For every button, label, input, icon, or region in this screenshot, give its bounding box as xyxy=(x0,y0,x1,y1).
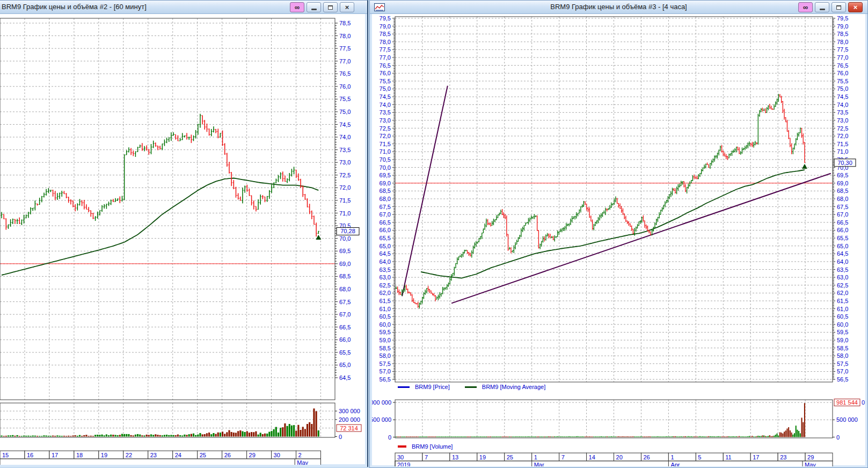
price-volume-chart-60min[interactable]: 64,565,065,566,066,567,067,568,068,569,0… xyxy=(0,14,366,465)
svg-text:66,0: 66,0 xyxy=(380,227,391,233)
svg-text:78,5: 78,5 xyxy=(837,31,848,37)
maximize-icon xyxy=(836,5,841,10)
svg-text:58,5: 58,5 xyxy=(837,345,848,351)
titlebar-60min[interactable]: BRM9 График цены и объёма #2 - [60 минут… xyxy=(0,1,367,14)
svg-text:73,0: 73,0 xyxy=(837,117,848,124)
current-volume-label: 72 314 xyxy=(340,425,358,431)
svg-text:26: 26 xyxy=(224,452,231,458)
last-price-label: 70,28 xyxy=(340,228,355,234)
svg-text:76,0: 76,0 xyxy=(380,70,391,76)
svg-text:67,0: 67,0 xyxy=(837,211,848,218)
svg-text:25: 25 xyxy=(200,452,206,458)
svg-text:67,5: 67,5 xyxy=(837,204,848,210)
svg-text:56,5: 56,5 xyxy=(380,376,391,383)
svg-text:77,0: 77,0 xyxy=(837,54,848,61)
svg-text:68,5: 68,5 xyxy=(339,273,351,279)
svg-text:0: 0 xyxy=(836,434,840,441)
svg-text:64,5: 64,5 xyxy=(339,375,351,381)
maximize-button[interactable] xyxy=(323,2,338,12)
svg-text:78,5: 78,5 xyxy=(380,31,391,37)
svg-text:74,5: 74,5 xyxy=(380,93,391,100)
svg-text:30: 30 xyxy=(274,452,280,458)
svg-text:56,5: 56,5 xyxy=(837,376,848,383)
svg-text:62,0: 62,0 xyxy=(380,290,391,296)
svg-text:72,0: 72,0 xyxy=(837,133,848,139)
svg-text:76,0: 76,0 xyxy=(837,70,848,76)
svg-text:2: 2 xyxy=(298,452,302,458)
svg-text:24: 24 xyxy=(175,452,181,458)
svg-text:74,0: 74,0 xyxy=(339,134,351,140)
minimize-button[interactable] xyxy=(307,2,321,12)
svg-text:72,0: 72,0 xyxy=(339,184,351,191)
svg-text:66,0: 66,0 xyxy=(837,227,848,233)
svg-text:66,0: 66,0 xyxy=(339,336,351,343)
svg-text:65,0: 65,0 xyxy=(837,243,848,249)
close-button[interactable]: × xyxy=(340,2,354,12)
volume-legend: BRM9 [Volume] xyxy=(398,443,468,450)
titlebar-4h[interactable]: BRM9 График цены и объёма #3 - [4 часа] … xyxy=(370,1,867,14)
svg-text:71,0: 71,0 xyxy=(837,148,848,155)
svg-text:69,5: 69,5 xyxy=(837,172,848,178)
month-label: May xyxy=(805,462,816,466)
svg-text:14: 14 xyxy=(589,454,595,460)
chart-content-60min: 64,565,065,566,066,567,067,568,068,569,0… xyxy=(0,14,365,464)
svg-text:62,5: 62,5 xyxy=(837,282,848,289)
legend-item-ma: BRM9 [Moving Average] xyxy=(465,384,545,390)
price-line-swatch xyxy=(398,386,410,388)
link-button[interactable]: ∞ xyxy=(798,2,813,12)
svg-text:25: 25 xyxy=(507,454,513,460)
svg-text:70,0: 70,0 xyxy=(339,235,351,242)
svg-text:7: 7 xyxy=(561,454,565,460)
svg-text:77,5: 77,5 xyxy=(339,45,351,52)
svg-text:65,0: 65,0 xyxy=(339,362,351,368)
svg-text:76,5: 76,5 xyxy=(837,62,848,69)
link-button[interactable]: ∞ xyxy=(290,2,304,12)
svg-text:16: 16 xyxy=(27,452,33,458)
last-price-label: 70,30 xyxy=(837,160,852,166)
svg-text:74,0: 74,0 xyxy=(837,102,848,108)
close-button[interactable]: × xyxy=(848,2,863,12)
svg-text:69,5: 69,5 xyxy=(339,248,351,254)
svg-text:300 000: 300 000 xyxy=(339,408,360,414)
axes: 64,565,065,566,066,567,067,568,068,569,0… xyxy=(0,18,359,400)
minimize-icon xyxy=(820,9,825,10)
svg-text:72,5: 72,5 xyxy=(380,125,391,132)
svg-text:79,0: 79,0 xyxy=(380,23,391,30)
svg-text:1 000 000: 1 000 000 xyxy=(372,399,391,406)
svg-text:69,5: 69,5 xyxy=(380,172,391,178)
chart-window-4h: BRM9 График цены и объёма #3 - [4 часа] … xyxy=(369,0,868,468)
svg-text:75,5: 75,5 xyxy=(837,78,848,84)
svg-text:61,5: 61,5 xyxy=(837,298,848,304)
svg-text:60,5: 60,5 xyxy=(380,313,391,320)
window-title: BRM9 График цены и объёма #2 - [60 минут… xyxy=(2,3,147,11)
date-axis[interactable]: 3071319251714202615111723292019MarAprMay xyxy=(395,453,833,466)
svg-text:59,0: 59,0 xyxy=(837,337,848,343)
svg-text:68,0: 68,0 xyxy=(380,196,391,202)
svg-text:72,5: 72,5 xyxy=(339,172,351,178)
date-axis[interactable]: 1516171819222324252629302May xyxy=(0,451,320,465)
svg-text:62,5: 62,5 xyxy=(380,282,391,289)
svg-text:78,0: 78,0 xyxy=(837,39,848,45)
legend-label: BRM9 [Price] xyxy=(415,384,450,390)
svg-text:68,0: 68,0 xyxy=(837,196,848,202)
svg-text:62,0: 62,0 xyxy=(837,290,848,296)
svg-text:61,5: 61,5 xyxy=(380,298,391,304)
svg-text:73,5: 73,5 xyxy=(380,109,391,116)
window-title: BRM9 График цены и объёма #3 - [4 часа] xyxy=(370,3,867,11)
svg-text:75,5: 75,5 xyxy=(380,78,391,84)
ma-line-swatch xyxy=(465,386,477,388)
minimize-button[interactable] xyxy=(815,2,829,12)
svg-text:57,5: 57,5 xyxy=(837,361,848,367)
svg-text:77,0: 77,0 xyxy=(380,54,391,61)
maximize-button[interactable] xyxy=(831,2,846,12)
price-volume-chart-4h[interactable]: 56,557,057,558,058,559,059,560,060,561,0… xyxy=(372,14,866,466)
svg-text:71,5: 71,5 xyxy=(380,141,391,147)
legend-label: BRM9 [Moving Average] xyxy=(482,384,545,390)
svg-text:70,0: 70,0 xyxy=(380,164,391,171)
svg-text:61,0: 61,0 xyxy=(837,306,848,312)
svg-text:67,5: 67,5 xyxy=(339,299,351,305)
svg-text:75,5: 75,5 xyxy=(339,96,351,102)
svg-text:15: 15 xyxy=(2,452,9,458)
svg-text:57,0: 57,0 xyxy=(837,368,848,375)
svg-text:74,5: 74,5 xyxy=(339,121,351,128)
